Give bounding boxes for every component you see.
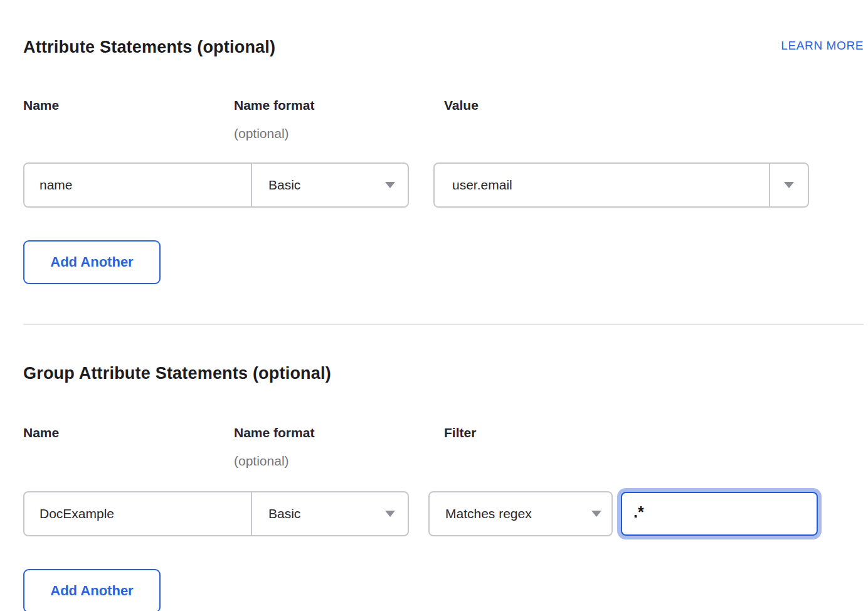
group-name-format-optional-note: (optional): [234, 453, 444, 469]
value-column-label: Value: [444, 97, 864, 114]
filter-type-select[interactable]: Matches regex: [428, 491, 613, 536]
group-attribute-statements-section: Group Attribute Statements (optional) Na…: [23, 363, 864, 611]
name-format-selected-value: Basic: [268, 178, 300, 193]
column-value: Value: [444, 97, 864, 114]
chevron-down-icon: [784, 182, 794, 188]
chevron-down-icon: [385, 511, 395, 517]
filter-column-label: Filter: [444, 424, 864, 442]
add-another-attribute-button[interactable]: Add Another: [23, 240, 161, 284]
group-attribute-statements-header: Group Attribute Statements (optional): [23, 363, 864, 384]
name-format-optional-note: (optional): [234, 125, 444, 142]
name-format-select[interactable]: Basic: [252, 164, 408, 206]
chevron-down-icon: [385, 182, 395, 188]
attribute-statements-header: Attribute Statements (optional) LEARN MO…: [23, 36, 864, 58]
value-dropdown-toggle[interactable]: [770, 164, 808, 206]
value-group: [433, 162, 809, 208]
attribute-row: Basic: [23, 158, 864, 212]
filter-type-selected-value: Matches regex: [445, 506, 532, 521]
group-attribute-statements-title: Group Attribute Statements (optional): [23, 363, 331, 384]
learn-more-link[interactable]: LEARN MORE: [781, 38, 864, 54]
column-name-format: Name format (optional): [234, 97, 444, 142]
name-format-column-label: Name format: [234, 97, 444, 114]
attribute-statements-section: Attribute Statements (optional) LEARN MO…: [23, 36, 864, 284]
group-name-format-column-label: Name format: [234, 424, 444, 442]
attribute-columns-row: Name Name format (optional) Value: [23, 97, 864, 142]
attribute-value-input[interactable]: [435, 164, 769, 206]
group-name-and-format-group: Basic: [23, 491, 409, 536]
attribute-name-input[interactable]: [24, 164, 251, 206]
group-attribute-row: Basic Matches regex: [23, 487, 864, 541]
group-name-format-select[interactable]: Basic: [252, 492, 408, 535]
group-name-input[interactable]: [24, 492, 251, 535]
name-column-label: Name: [23, 97, 234, 114]
filter-value-input[interactable]: [621, 492, 818, 536]
section-divider: [23, 324, 864, 325]
group-name-column-label: Name: [23, 424, 234, 442]
chevron-down-icon: [591, 511, 601, 517]
group-name-format-selected-value: Basic: [268, 506, 300, 521]
column-name-format: Name format (optional): [234, 424, 444, 469]
name-and-format-group: Basic: [23, 162, 409, 208]
group-columns-row: Name Name format (optional) Filter: [23, 424, 864, 469]
attribute-statements-title: Attribute Statements (optional): [23, 36, 275, 58]
column-filter: Filter: [444, 424, 864, 442]
column-name: Name: [23, 424, 234, 442]
attribute-statements-page: Attribute Statements (optional) LEARN MO…: [0, 0, 868, 611]
add-another-group-attribute-button[interactable]: Add Another: [23, 569, 161, 611]
column-name: Name: [23, 97, 234, 114]
